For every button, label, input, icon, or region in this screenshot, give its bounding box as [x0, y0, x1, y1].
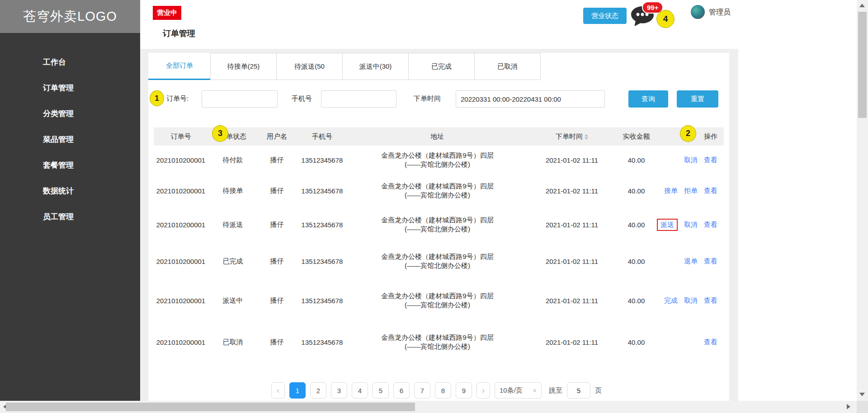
search-button[interactable]: 查询 [628, 90, 668, 108]
next-page-button[interactable]: › [476, 382, 490, 399]
sidebar-item-5[interactable]: 数据统计 [0, 178, 140, 204]
order-tabs: 全部订单待接单(25)待派送(50派送中(30)已完成已取消 [148, 53, 541, 80]
cell-status: 已完成 [208, 257, 258, 266]
cell-status: 已取消 [208, 338, 258, 347]
sidebar-item-1[interactable]: 订单管理 [0, 75, 140, 101]
order-time-input[interactable] [456, 90, 605, 108]
open-status-badge: 营业中 [153, 6, 181, 20]
annotation-circle-1: 1 [150, 90, 164, 106]
cell-order-no: 2021010200001 [154, 297, 208, 305]
address-line-1: 金燕龙办公楼（建材城西路9号）四层 [348, 216, 527, 225]
right-blank-panel [738, 49, 857, 401]
orders-card: 全部订单待接单(25)待派送(50派送中(30)已完成已取消 订单号: 手机号 … [148, 53, 729, 401]
page-button-8[interactable]: 8 [435, 382, 451, 399]
page-button-6[interactable]: 6 [393, 382, 410, 399]
order-time-label: 下单时间 [414, 94, 441, 103]
cell-user: 播仔 [258, 221, 296, 229]
column-header-label-5: 下单时间 [556, 132, 583, 140]
page-button-1[interactable]: 1 [289, 382, 306, 399]
jump-to-input[interactable] [567, 382, 590, 399]
action-link[interactable]: 查看 [704, 156, 717, 164]
page-button-4[interactable]: 4 [352, 382, 368, 399]
column-header-label-0: 订单号 [171, 132, 191, 140]
action-link[interactable]: 派送 [657, 219, 678, 231]
table-row: 2021010200001待接单播仔13512345678金燕龙办公楼（建材城西… [154, 174, 724, 207]
vertical-scrollbar[interactable] [857, 0, 868, 401]
cell-time: 2021-01-02 11:11 [527, 258, 617, 265]
tab-1[interactable]: 待接单(25) [210, 53, 277, 80]
scroll-right-arrow-icon[interactable] [847, 404, 850, 409]
sidebar-item-6[interactable]: 员工管理 [0, 204, 140, 230]
action-link[interactable]: 拒单 [684, 187, 698, 195]
cell-time: 2021-01-02 11:11 [527, 187, 617, 195]
table-header: 订单号订单状态用户名手机号地址下单时间实收金额操作 [154, 127, 724, 145]
reset-button[interactable]: 重置 [677, 90, 718, 108]
page-button-9[interactable]: 9 [456, 382, 472, 399]
sidebar-item-4[interactable]: 套餐管理 [0, 152, 140, 178]
horizontal-scroll-thumb[interactable] [6, 403, 415, 411]
page-button-2[interactable]: 2 [310, 382, 326, 399]
action-link[interactable]: 查看 [704, 187, 717, 195]
page-button-3[interactable]: 3 [331, 382, 347, 399]
business-status-button[interactable]: 营业状态 [583, 8, 627, 24]
sidebar-item-3[interactable]: 菜品管理 [0, 127, 140, 152]
action-link[interactable]: 接单 [664, 187, 678, 195]
scroll-up-arrow-icon[interactable] [859, 4, 865, 7]
cell-status: 待派送 [208, 221, 258, 229]
sidebar-item-2[interactable]: 分类管理 [0, 101, 140, 127]
tab-4[interactable]: 已完成 [408, 53, 475, 80]
cell-address: 金燕龙办公楼（建材城西路9号）四层(——宾馆北侧办公楼) [348, 333, 527, 351]
action-link[interactable]: 查看 [704, 221, 717, 229]
order-no-input[interactable] [202, 90, 278, 108]
cell-time: 2021-01-02 11:11 [527, 338, 617, 346]
cell-user: 播仔 [258, 257, 296, 266]
tab-5[interactable]: 已取消 [474, 53, 541, 80]
address-line-2: (——宾馆北侧办公楼) [348, 300, 527, 310]
jump-to-label: 跳至 [549, 386, 562, 395]
tab-0[interactable]: 全部订单 [148, 53, 211, 80]
cell-address: 金燕龙办公楼（建材城西路9号）四层(——宾馆北侧办公楼) [348, 216, 527, 234]
cell-address: 金燕龙办公楼（建材城西路9号）四层(——宾馆北侧办公楼) [348, 252, 527, 270]
cell-user: 播仔 [258, 296, 296, 305]
action-link[interactable]: 取消 [684, 221, 698, 229]
page-button-7[interactable]: 7 [414, 382, 430, 399]
sort-icon[interactable] [585, 134, 588, 140]
cell-phone: 13512345678 [296, 338, 348, 346]
page-size-select[interactable]: 10条/页∨ [495, 382, 542, 399]
cell-amount: 40.00 [617, 156, 656, 164]
address-line-1: 金燕龙办公楼（建材城西路9号）四层 [348, 151, 527, 160]
column-header-5[interactable]: 下单时间 [527, 132, 617, 141]
column-header-label-3: 手机号 [312, 132, 332, 140]
action-link[interactable]: 查看 [704, 338, 717, 347]
action-link[interactable]: 完成 [664, 296, 678, 305]
page-button-5[interactable]: 5 [373, 382, 389, 399]
action-link[interactable]: 取消 [684, 156, 698, 164]
prev-page-button[interactable]: ‹ [271, 382, 285, 399]
cell-time: 2021-01-02 11:11 [527, 156, 617, 164]
action-link[interactable]: 查看 [704, 257, 717, 266]
admin-name[interactable]: 管理员 [709, 8, 731, 17]
scroll-down-arrow-icon[interactable] [859, 393, 865, 396]
app-logo: 苍穹外卖LOGO [0, 0, 140, 33]
action-link[interactable]: 查看 [704, 296, 717, 305]
cell-order-no: 2021010200001 [154, 156, 208, 164]
tab-2[interactable]: 待派送(50 [276, 53, 343, 80]
action-link[interactable]: 取消 [684, 296, 698, 305]
vertical-scroll-thumb[interactable] [858, 12, 867, 118]
cell-order-no: 2021010200001 [154, 221, 208, 229]
address-line-2: (——宾馆北侧办公楼) [348, 342, 527, 351]
cell-phone: 13512345678 [296, 156, 348, 164]
filter-bar: 订单号: 手机号 下单时间 查询 重置 [148, 88, 729, 111]
avatar[interactable] [691, 5, 705, 19]
cell-amount: 40.00 [617, 258, 656, 265]
action-link[interactable]: 退单 [684, 257, 698, 266]
sidebar-item-0[interactable]: 工作台 [0, 49, 140, 75]
page-size-value: 10条/页 [500, 386, 523, 395]
tab-3[interactable]: 派送中(30) [342, 53, 409, 80]
table-row: 2021010200001待派送播仔13512345678金燕龙办公楼（建材城西… [154, 207, 724, 242]
column-header-2: 用户名 [258, 132, 296, 141]
phone-input[interactable] [321, 90, 396, 108]
horizontal-scrollbar[interactable] [0, 401, 857, 413]
page-unit-label: 页 [595, 386, 602, 395]
annotation-circle-2: 2 [680, 125, 696, 142]
